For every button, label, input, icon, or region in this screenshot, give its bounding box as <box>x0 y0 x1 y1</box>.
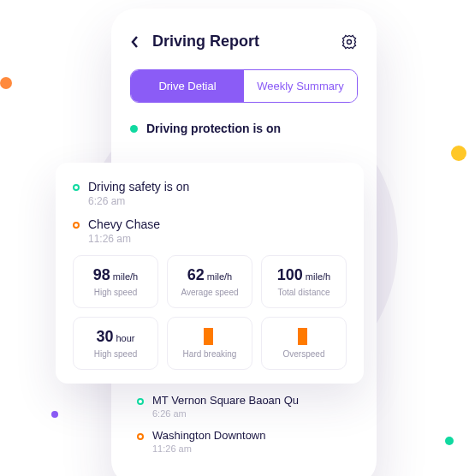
event-time: 6:26 am <box>88 195 189 207</box>
metric-overspeed: 4 Overspeed <box>261 317 347 370</box>
svg-point-0 <box>347 39 352 44</box>
decorative-dot <box>445 437 454 445</box>
metric-label: Total distance <box>269 288 339 297</box>
event-dot-icon <box>137 433 144 440</box>
event-row: Chevy Chase 11:26 am <box>73 217 347 245</box>
event-time: 6:26 am <box>152 408 299 419</box>
event-title: Chevy Chase <box>88 217 160 231</box>
metric-hard-braking: 2 Hard breaking <box>167 317 252 370</box>
metric-duration: 30hour High speed <box>73 317 158 370</box>
metric-value: 62 <box>187 266 205 283</box>
status-dot-icon <box>130 125 138 133</box>
metric-value: 2 <box>204 328 212 345</box>
tab-weekly-summary[interactable]: Weekly Summary <box>244 70 357 102</box>
metric-label: High speed <box>80 288 151 297</box>
event-body: Washington Downtown 11:26 am <box>152 429 265 454</box>
metric-high-speed: 98mile/h High speed <box>73 255 158 308</box>
gear-icon <box>341 33 358 51</box>
event-time: 11:26 am <box>88 233 160 245</box>
event-title: MT Vernon Square Baoan Qu <box>152 394 299 407</box>
event-title: Washington Downtown <box>152 429 265 442</box>
decorative-dot <box>0 77 12 89</box>
metric-unit: mile/h <box>306 271 330 282</box>
timeline-continued: MT Vernon Square Baoan Qu 6:26 am Washin… <box>137 394 359 464</box>
event-row: Driving safety is on 6:26 am <box>73 180 347 207</box>
settings-button[interactable] <box>341 33 358 51</box>
status-row: Driving protection is on <box>130 122 358 135</box>
metric-total-distance: 100mile/h Total distance <box>261 255 347 308</box>
metric-unit: mile/h <box>207 271 232 282</box>
event-dot-icon <box>73 184 80 191</box>
back-button[interactable] <box>130 35 140 49</box>
event-row: MT Vernon Square Baoan Qu 6:26 am <box>137 394 359 419</box>
tab-bar: Drive Detial Weekly Summary <box>130 69 358 103</box>
tab-drive-detail[interactable]: Drive Detial <box>131 70 244 102</box>
metric-label: Hard breaking <box>175 349 245 359</box>
event-dot-icon <box>73 222 80 229</box>
metrics-grid: 98mile/h High speed 62mile/h Average spe… <box>73 255 347 370</box>
metric-label: Overspeed <box>269 349 339 359</box>
event-dot-icon <box>137 398 144 405</box>
chevron-left-icon <box>130 35 140 49</box>
event-body: Chevy Chase 11:26 am <box>88 217 160 245</box>
status-text: Driving protection is on <box>146 122 281 135</box>
page-title: Driving Report <box>152 33 329 51</box>
event-title: Driving safety is on <box>88 180 189 193</box>
event-body: Driving safety is on 6:26 am <box>88 180 189 207</box>
event-time: 11:26 am <box>152 443 265 454</box>
metric-value: 98 <box>93 266 110 283</box>
metric-value: 100 <box>277 266 303 283</box>
metric-average-speed: 62mile/h Average speed <box>167 255 252 308</box>
decorative-dot <box>51 411 58 418</box>
decorative-dot <box>451 146 466 161</box>
event-row: Washington Downtown 11:26 am <box>137 429 359 454</box>
metric-label: High speed <box>80 349 151 359</box>
metric-value: 30 <box>96 328 113 345</box>
metric-unit: mile/h <box>113 271 138 282</box>
metric-value: 4 <box>298 328 306 345</box>
drive-detail-card: Driving safety is on 6:26 am Chevy Chase… <box>56 163 364 384</box>
metric-label: Average speed <box>175 288 245 297</box>
header-bar: Driving Report <box>130 33 358 51</box>
event-body: MT Vernon Square Baoan Qu 6:26 am <box>152 394 299 419</box>
metric-unit: hour <box>116 333 135 343</box>
